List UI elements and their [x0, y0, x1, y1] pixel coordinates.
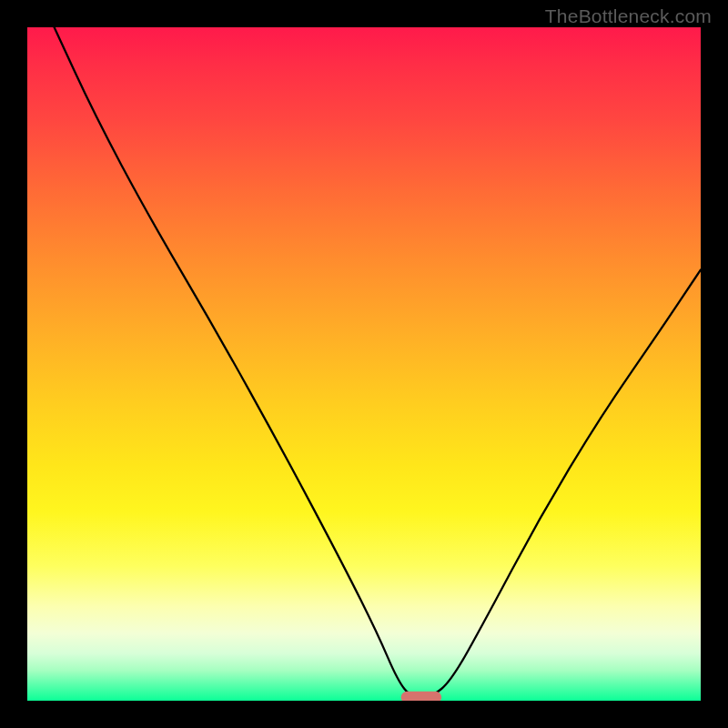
- chart-frame: TheBottleneck.com: [0, 0, 728, 728]
- bottleneck-curve: [27, 27, 701, 701]
- optimum-marker: [401, 692, 441, 701]
- attribution-text: TheBottleneck.com: [545, 5, 712, 27]
- plot-area: [27, 27, 701, 701]
